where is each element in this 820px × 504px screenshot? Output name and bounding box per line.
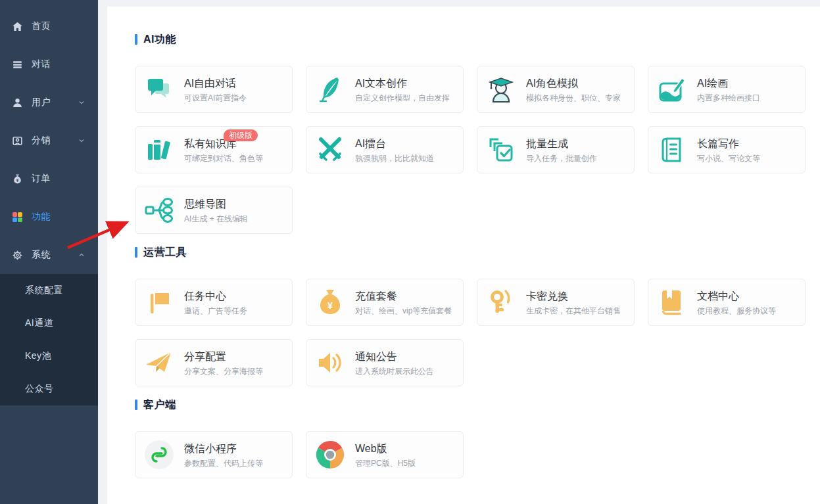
user-icon (12, 97, 23, 108)
card-title: Web版 (355, 442, 416, 455)
sidebar-item-distribution[interactable]: 分销 (0, 122, 98, 160)
card-desc: 参数配置、代码上传等 (184, 459, 263, 468)
content-panel: AI功能 AI自由对话可设置AI前置指令 AI文本创作自定义创作模型，自由发挥 (107, 7, 820, 504)
card-ai-role-simulation[interactable]: AI角色模拟模拟各种身份、职位、专家 (477, 66, 635, 113)
dialog-icon (12, 59, 23, 70)
card-desc: 自定义创作模型，自由发挥 (355, 93, 450, 103)
chevron-down-icon (78, 99, 85, 106)
home-icon (12, 21, 23, 32)
submenu-item-system-config[interactable]: 系统配置 (0, 274, 98, 307)
card-ai-arena[interactable]: AI擂台孰强孰弱，比比就知道 (306, 126, 464, 173)
submenu-item-ai-channel[interactable]: AI通道 (0, 307, 98, 340)
section-title: AI功能 (143, 34, 176, 45)
paper-plane-icon (143, 347, 175, 378)
card-ai-text-creation[interactable]: AI文本创作自定义创作模型，自由发挥 (306, 66, 464, 113)
card-desc: 邀请、广告等任务 (184, 306, 247, 315)
card-notice-announcement[interactable]: 通知公告进入系统时展示此公告 (306, 339, 464, 386)
card-title: 卡密兑换 (526, 290, 621, 303)
graduate-icon (485, 74, 517, 105)
sidebar-item-home[interactable]: 首页 (0, 7, 98, 45)
features-grid-icon (12, 212, 23, 223)
card-card-key-redeem[interactable]: 卡密兑换生成卡密，在其他平台销售 (477, 279, 635, 326)
submenu-label: 公众号 (25, 383, 54, 395)
card-title: 思维导图 (184, 198, 248, 211)
card-ai-free-chat[interactable]: AI自由对话可设置AI前置指令 (135, 66, 293, 113)
card-title: AI文本创作 (355, 77, 450, 90)
flag-icon (143, 286, 175, 318)
card-title: 任务中心 (184, 290, 247, 303)
card-desc: 分享文案、分享海报等 (184, 367, 263, 376)
card-desc: 可绑定到对话、角色等 (184, 154, 263, 163)
card-desc: AI生成 + 在线编辑 (184, 214, 248, 223)
sidebar-item-dialog[interactable]: 对话 (0, 45, 98, 83)
submenu-item-official-account[interactable]: 公众号 (0, 373, 98, 405)
section-marker (135, 400, 137, 410)
card-title: 通知公告 (355, 350, 434, 363)
chevron-up-icon (78, 252, 85, 258)
sidebar-item-user[interactable]: 用户 (0, 83, 98, 122)
svg-text:¥: ¥ (16, 177, 19, 182)
section-header-ops: 运营工具 (135, 247, 807, 258)
card-title: AI绘画 (697, 77, 760, 90)
system-submenu: 系统配置 AI通道 Key池 公众号 (0, 274, 98, 405)
doc-book-icon (656, 286, 688, 318)
batch-check-icon (485, 134, 517, 166)
card-desc: 导入任务，批量创作 (526, 154, 597, 163)
main-area: AI功能 AI自由对话可设置AI前置指令 AI文本创作自定义创作模型，自由发挥 (98, 0, 820, 504)
card-desc: 对话、绘画、vip等充值套餐 (355, 306, 452, 315)
key-icon (485, 286, 517, 318)
card-desc: 进入系统时展示此公告 (355, 367, 434, 376)
card-batch-generation[interactable]: 批量生成导入任务，批量创作 (477, 126, 635, 173)
card-longform-writing[interactable]: 长篇写作写小说、写论文等 (648, 126, 806, 173)
section-marker (135, 247, 137, 258)
card-desc: 内置多种绘画接口 (697, 93, 760, 103)
sidebar: 首页 对话 用户 分销 (0, 0, 98, 504)
ops-card-grid: 任务中心邀请、广告等任务 ¥ 充值套餐对话、绘画、vip等充值套餐 卡密兑换生成… (135, 279, 807, 386)
card-desc: 生成卡密，在其他平台销售 (526, 306, 621, 315)
card-recharge-packages[interactable]: ¥ 充值套餐对话、绘画、vip等充值套餐 (306, 279, 464, 326)
submenu-label: 系统配置 (25, 285, 63, 296)
card-title: 长篇写作 (697, 137, 760, 150)
card-web-version[interactable]: Web版管理PC版、H5版 (306, 431, 464, 478)
card-task-center[interactable]: 任务中心邀请、广告等任务 (135, 279, 293, 326)
sidebar-item-label: 对话 (32, 58, 51, 70)
card-desc: 使用教程、服务协议等 (697, 306, 776, 315)
sidebar-item-features[interactable]: 功能 (0, 198, 98, 236)
card-title: 批量生成 (526, 137, 597, 150)
sidebar-item-label: 首页 (32, 20, 51, 32)
sidebar-item-order[interactable]: ¥ 订单 (0, 160, 98, 198)
card-desc: 模拟各种身份、职位、专家 (526, 93, 621, 103)
chrome-browser-icon (314, 439, 346, 470)
sidebar-item-label: 功能 (32, 211, 51, 223)
moneybag-icon: ¥ (314, 286, 346, 318)
sidebar-item-label: 订单 (32, 173, 51, 185)
section-title: 客户端 (143, 400, 176, 410)
paint-icon (656, 74, 688, 105)
card-title: 分享配置 (184, 350, 263, 363)
card-desc: 写小说、写论文等 (697, 154, 760, 163)
card-mind-map[interactable]: 思维导图AI生成 + 在线编辑 (135, 187, 293, 234)
sidebar-item-label: 系统 (32, 249, 51, 261)
section-header-clients: 客户端 (135, 400, 807, 410)
submenu-item-key-pool[interactable]: Key池 (0, 340, 98, 373)
ai-card-grid: AI自由对话可设置AI前置指令 AI文本创作自定义创作模型，自由发挥 AI角色模… (135, 66, 807, 234)
card-wechat-miniprogram[interactable]: 微信小程序参数配置、代码上传等 (135, 431, 293, 478)
card-share-config[interactable]: 分享配置分享文案、分享海报等 (135, 339, 293, 386)
speaker-icon (314, 347, 346, 378)
card-ai-painting[interactable]: AI绘画内置多种绘画接口 (648, 66, 806, 113)
mindmap-icon (143, 195, 175, 226)
card-desc: 可设置AI前置指令 (184, 93, 247, 103)
card-private-knowledge-base[interactable]: 私有知识库可绑定到对话、角色等 初级版 (135, 126, 293, 173)
card-doc-center[interactable]: 文档中心使用教程、服务协议等 (648, 279, 806, 326)
books-icon (143, 134, 175, 166)
card-title: AI擂台 (355, 137, 434, 150)
sidebar-item-label: 分销 (32, 135, 51, 147)
card-title: AI自由对话 (184, 77, 247, 90)
swords-icon (314, 134, 346, 166)
longform-icon (656, 134, 688, 166)
chat-icon (143, 74, 175, 105)
card-title: 充值套餐 (355, 290, 452, 303)
card-title: 微信小程序 (184, 442, 263, 455)
section-header-ai: AI功能 (135, 34, 807, 45)
sidebar-item-system[interactable]: 系统 (0, 236, 98, 274)
